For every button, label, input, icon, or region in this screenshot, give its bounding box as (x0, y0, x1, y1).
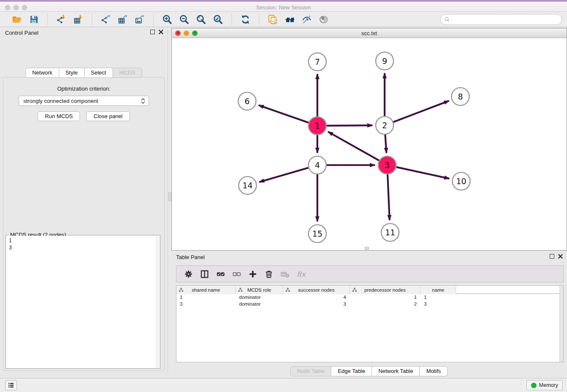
canvas-scroll-thumb[interactable] (365, 247, 369, 250)
network-canvas[interactable]: 7968124314101511 (172, 38, 567, 250)
table-cell[interactable]: 1 (421, 294, 456, 301)
graph-edge-3-11[interactable] (388, 174, 390, 220)
tab-select[interactable]: Select (85, 68, 113, 78)
tab-network[interactable]: Network (25, 68, 59, 78)
delete-column-icon[interactable] (263, 268, 274, 279)
table-scrollbar[interactable] (559, 286, 563, 362)
tab-style[interactable]: Style (59, 68, 85, 78)
svg-text:f(x): f(x) (297, 270, 306, 278)
mcds-result-text[interactable]: 13 (6, 236, 156, 368)
export-table-icon[interactable] (116, 14, 129, 25)
table-cell[interactable]: 1 (176, 294, 236, 301)
create-column-icon[interactable] (247, 268, 258, 279)
table-cell[interactable]: 2 (350, 301, 421, 307)
window-titlebar: Session: New Session (0, 0, 567, 12)
close-panel-icon[interactable] (159, 30, 163, 34)
export-network-icon[interactable] (99, 14, 112, 25)
zoom-fit-icon[interactable] (195, 14, 207, 25)
table-cell[interactable]: 3 (421, 301, 456, 307)
table-toolbar: f(x) (176, 265, 564, 282)
criterion-select[interactable]: strongly connected component (19, 96, 149, 106)
memory-button[interactable]: Memory (526, 380, 563, 390)
run-mcds-button[interactable]: Run MCDS (38, 111, 80, 121)
table-cell[interactable]: dominator (236, 301, 283, 307)
zoom-out-icon[interactable] (178, 14, 190, 25)
graph-edge-1-2[interactable] (327, 125, 372, 126)
float-panel-icon[interactable] (150, 30, 155, 34)
unselect-all-columns-icon[interactable] (231, 268, 242, 279)
first-neighbors-icon[interactable] (284, 14, 296, 25)
table-cell[interactable]: 3 (283, 301, 350, 307)
tab-node-table[interactable]: Node Table (290, 366, 332, 376)
table-cell[interactable]: 1 (350, 294, 421, 301)
float-table-panel-icon[interactable] (550, 254, 554, 259)
splitter-grip[interactable] (168, 193, 171, 201)
graph-edge-4-14[interactable] (259, 168, 308, 182)
node-table[interactable]: shared nameMCDS rolesuccessor nodesprede… (176, 285, 564, 362)
network-graph[interactable]: 7968124314101511 (172, 38, 567, 250)
mcds-result-line: 3 (9, 244, 154, 251)
network-window-title: scc.txt (172, 30, 567, 36)
mcds-result-line: 1 (9, 237, 154, 244)
graph-edge-1-6[interactable] (259, 105, 308, 123)
close-panel-button[interactable]: Close panel (86, 111, 130, 121)
toolbar-separator (92, 14, 92, 25)
table-cell[interactable]: dominator (236, 294, 283, 301)
clone-network-icon[interactable] (267, 14, 279, 25)
column-header-name[interactable]: name (421, 286, 456, 294)
network-view-window: ✕ − + scc.txt 7968124314101511 (171, 28, 567, 251)
network-window-titlebar[interactable]: ✕ − + scc.txt (172, 28, 567, 38)
show-details-icon[interactable] (317, 14, 330, 25)
table-header-row: shared nameMCDS rolesuccessor nodesprede… (176, 286, 563, 294)
split-columns-icon[interactable] (199, 268, 210, 279)
graph-edge-3-10[interactable] (396, 167, 449, 179)
zoom-selected-icon[interactable] (212, 14, 224, 25)
column-header-shared-name[interactable]: shared name (176, 286, 236, 294)
graph-edge-3-1[interactable] (328, 132, 379, 160)
column-settings-icon[interactable] (183, 268, 194, 279)
search-input[interactable] (452, 15, 558, 24)
import-network-icon[interactable] (55, 14, 68, 25)
import-table-icon[interactable] (72, 14, 85, 25)
column-header-successor-nodes[interactable]: successor nodes (283, 286, 350, 294)
search-icon (444, 16, 451, 23)
toolbar-separator (231, 14, 232, 25)
graph-edge-2-3[interactable] (385, 135, 386, 153)
graph-edge-2-8[interactable] (394, 101, 449, 122)
tab-mcds[interactable]: MCDS (113, 68, 142, 78)
graph-node-label-6: 6 (245, 97, 250, 106)
toolbar-separator (153, 14, 154, 25)
function-builder-icon: f(x) (295, 268, 306, 279)
application-window: Session: New Session Control Panel Netwo… (0, 0, 567, 392)
tab-edge-table[interactable]: Edge Table (331, 366, 372, 376)
hide-details-icon[interactable] (300, 14, 313, 25)
zoom-in-icon[interactable] (161, 14, 173, 25)
tab-network-table[interactable]: Network Table (372, 366, 420, 376)
open-session-icon[interactable] (11, 14, 23, 25)
save-session-icon[interactable] (28, 14, 40, 25)
column-header-predecessor-nodes[interactable]: predecessor nodes (350, 286, 421, 294)
table-cell[interactable]: 4 (283, 294, 350, 301)
column-header-MCDS-role[interactable]: MCDS role (236, 286, 283, 294)
search-field[interactable] (440, 14, 562, 25)
delete-table-icon (279, 268, 290, 279)
list-icon (7, 381, 15, 389)
task-history-button[interactable] (5, 380, 17, 390)
close-table-panel-icon[interactable] (558, 254, 563, 259)
select-all-columns-icon[interactable] (215, 268, 226, 279)
window-title: Session: New Session (0, 4, 567, 11)
tab-motifs[interactable]: Motifs (420, 366, 448, 376)
export-image-icon[interactable] (133, 14, 146, 25)
apply-layout-icon[interactable] (239, 14, 252, 25)
hierarchy-icon (238, 287, 243, 293)
memory-status-icon (531, 383, 537, 388)
table-panel: Table Panel f(x) shared nameMCDS rolesuc… (171, 251, 567, 377)
hierarchy-icon (179, 287, 184, 293)
hierarchy-icon (352, 287, 357, 293)
table-row[interactable]: 1dominator411 (176, 294, 563, 301)
table-cell[interactable]: 3 (176, 301, 236, 307)
status-bar: Memory (0, 378, 567, 392)
table-row[interactable]: 3dominator323 (176, 301, 563, 307)
mcds-result-scrollbar[interactable] (156, 236, 160, 368)
mcds-panel: Optimization criterion: strongly connect… (3, 77, 165, 371)
